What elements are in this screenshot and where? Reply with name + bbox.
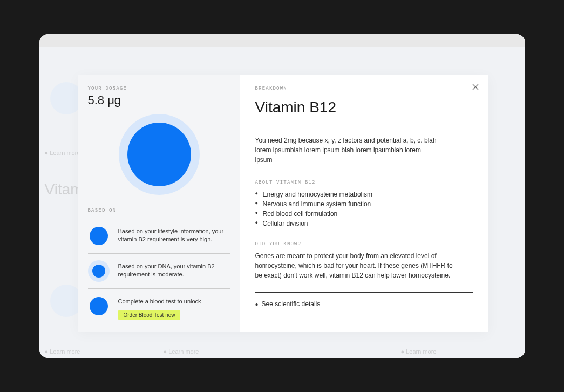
- based-on-item-lifestyle: Based on your lifestyle information, you…: [88, 219, 230, 253]
- dosage-visual: [88, 114, 230, 195]
- indicator-dot-icon: [88, 225, 110, 247]
- dosage-value: 5.8 μg: [88, 93, 230, 107]
- nutrient-modal: YOUR DOSAGE 5.8 μg BASED ON: [78, 75, 488, 332]
- close-icon: [472, 84, 479, 90]
- about-item: Energy and homocysteine metabolism: [255, 190, 473, 199]
- based-on-text: Complete a blood test to unlock Order Bl…: [118, 295, 230, 320]
- based-on-text: Based on your DNA, your vitamin B2 requi…: [118, 260, 230, 279]
- divider: [255, 292, 473, 293]
- browser-bar: [39, 34, 525, 47]
- about-item: Nervous and immune system function: [255, 199, 473, 209]
- dosage-circle-inner: [127, 123, 191, 186]
- about-list: Energy and homocysteine metabolism Nervo…: [255, 190, 473, 228]
- viewport: Vitam ● Learn more ● Learn more ● Learn …: [39, 47, 525, 358]
- based-on-item-dna: Based on your DNA, your vitamin B2 requi…: [88, 254, 230, 288]
- based-on-label: BASED ON: [88, 208, 230, 213]
- breakdown-panel: BREAKDOWN Vitamin B12 You need 2mg becau…: [240, 75, 488, 332]
- did-you-know-text: Genes are meant to protect your body fro…: [255, 251, 455, 280]
- based-on-item-blood: Complete a blood test to unlock Order Bl…: [88, 289, 230, 327]
- bg-page-title: Vitam: [45, 181, 83, 198]
- dosage-circle-outer: [119, 114, 200, 195]
- about-label: ABOUT VITAMIN B12: [255, 180, 473, 185]
- order-blood-test-button[interactable]: Order Blood Test now: [118, 310, 181, 320]
- dosage-panel: YOUR DOSAGE 5.8 μg BASED ON: [78, 75, 240, 332]
- close-button[interactable]: [471, 83, 480, 91]
- did-you-know-label: DID YOU KNOW?: [255, 241, 473, 247]
- based-on-list: Based on your lifestyle information, you…: [88, 219, 230, 327]
- based-on-text-label: Complete a blood test to unlock: [118, 298, 201, 305]
- scientific-details-link[interactable]: See scientific details: [255, 300, 473, 308]
- breakdown-intro: You need 2mg because x, y, z factors and…: [255, 136, 439, 165]
- nutrient-title: Vitamin B12: [255, 99, 473, 116]
- scientific-details-label: See scientific details: [262, 300, 321, 308]
- breakdown-label: BREAKDOWN: [255, 86, 473, 91]
- about-item: Cellular division: [255, 219, 473, 228]
- about-item: Red blood cell formulation: [255, 209, 473, 219]
- dosage-label: YOUR DOSAGE: [88, 86, 230, 91]
- indicator-dot-icon: [88, 260, 110, 282]
- based-on-text: Based on your lifestyle information, you…: [118, 225, 230, 244]
- indicator-dot-icon: [88, 295, 110, 317]
- device-frame: Vitam ● Learn more ● Learn more ● Learn …: [39, 34, 525, 358]
